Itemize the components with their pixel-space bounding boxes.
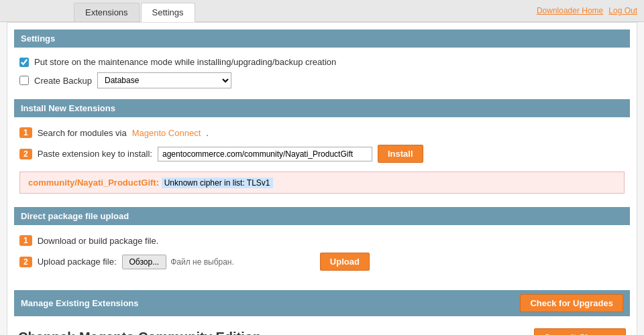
install-step2-badge: 2 [19, 149, 32, 159]
tabs-bar: Extensions Settings Downloader Home Log … [0, 0, 644, 22]
upload-step1-text: Download or build package file. [38, 236, 159, 246]
channel-title: Channel: Magento Community Edition [18, 330, 261, 335]
maintenance-checkbox[interactable] [19, 58, 29, 67]
extension-key-input[interactable] [158, 147, 372, 161]
manage-header-text: Manage Existing Extensions [21, 298, 139, 308]
backup-type-select[interactable]: Database Full Media [97, 72, 231, 88]
tab-settings[interactable]: Settings [141, 3, 195, 22]
install-step2-row: 2 Paste extension key to install: Instal… [14, 141, 630, 166]
page-wrapper: Extensions Settings Downloader Home Log … [0, 0, 644, 335]
commit-changes-button[interactable]: Commit Changes [534, 328, 626, 335]
backup-checkbox[interactable] [19, 76, 29, 85]
backup-label: Create Backup [34, 76, 92, 86]
error-ext-name: community/Nayati_ProductGift: [28, 178, 159, 188]
install-step1-row: 1 Search for modules via Magento Connect… [14, 124, 630, 141]
settings-header: Settings [14, 29, 630, 48]
backup-row: Create Backup Database Full Media [14, 70, 630, 91]
check-upgrades-button[interactable]: Check for Upgrades [520, 294, 623, 312]
magento-connect-link[interactable]: Magento Connect [132, 128, 201, 138]
file-input-row: Обзор... Файл не выбран. [122, 255, 234, 269]
upload-button[interactable]: Upload [320, 253, 370, 271]
install-step1-after: . [206, 128, 209, 138]
upload-step2-row: 2 Upload package file: Обзор... Файл не … [14, 249, 630, 274]
install-step1-badge: 1 [19, 127, 32, 138]
maintenance-row: Put store on the maintenance mode while … [14, 54, 630, 70]
downloader-home-link[interactable]: Downloader Home [537, 6, 603, 15]
maintenance-label: Put store on the maintenance mode while … [34, 57, 336, 67]
top-links: Downloader Home Log Out [537, 3, 644, 21]
manage-extensions-header: Manage Existing Extensions Check for Upg… [14, 290, 630, 316]
no-file-text: Файл не выбран. [170, 257, 234, 267]
install-step1-text: Search for modules via [38, 128, 127, 138]
direct-upload-header: Direct package file upload [14, 207, 630, 225]
channel-row: Channel: Magento Community Edition Commi… [14, 323, 630, 335]
upload-step1-badge: 1 [19, 235, 32, 246]
main-content: Settings Put store on the maintenance mo… [7, 22, 637, 335]
install-extensions-header: Install New Extensions [14, 99, 630, 117]
error-box: community/Nayati_ProductGift: Unknown ci… [19, 172, 625, 194]
paste-key-label: Paste extension key to install: [38, 149, 152, 159]
browse-button[interactable]: Обзор... [122, 255, 167, 269]
error-message: Unknown cipher in list: TLSv1 [162, 178, 273, 188]
tab-extensions[interactable]: Extensions [74, 3, 140, 21]
upload-file-label: Upload package file: [38, 257, 117, 267]
upload-step2-badge: 2 [19, 257, 32, 267]
upload-step1-row: 1 Download or build package file. [14, 232, 630, 249]
install-button[interactable]: Install [378, 145, 423, 163]
logout-link[interactable]: Log Out [608, 6, 637, 15]
